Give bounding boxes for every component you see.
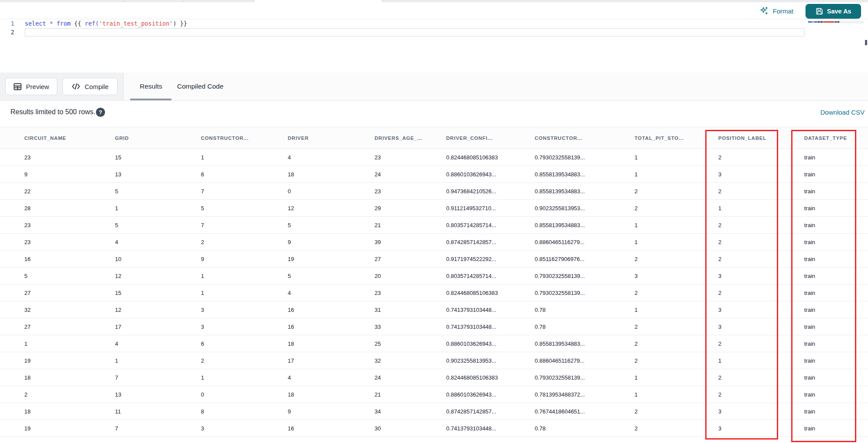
table-cell: 4 [288,369,375,386]
table-cell: 0.8860465116279... [535,234,635,251]
sql-editor[interactable]: 1 2 select * from {{ ref('train_test_pos… [0,19,868,73]
tab-results[interactable]: Results [140,73,162,100]
format-button[interactable]: Format [760,5,793,17]
download-csv-link[interactable]: Download CSV [820,109,865,116]
table-cell: 0.8035714285714... [446,268,535,284]
table-cell: 0.78 [535,301,635,318]
table-cell: 2 [718,335,804,352]
table-cell: 28 [0,200,115,217]
table-cell: 9 [201,251,288,268]
column-header: DRIVERS_AGE_... [375,127,446,149]
table-row: 197316300.7413793103448...0.7823train [0,420,868,437]
code-line-2-cursor[interactable] [25,28,805,36]
code-line-1[interactable]: select * from {{ ref('train_test_positio… [25,19,187,28]
table-cell: 27 [0,284,115,301]
save-icon [815,7,823,15]
table-cell: 5 [115,217,201,234]
editor-topbar: Format Save As [0,2,868,19]
table-cell: 2 [635,318,718,335]
table-cell: 18 [288,386,375,403]
table-cell: 7 [201,183,288,200]
sql-operator: * [49,20,53,27]
table-cell: 2 [635,420,718,437]
table-row: 181189340.8742857142857...0.767441860465… [0,403,868,420]
table-cell: 2 [635,200,718,217]
table-cell: 19 [288,251,375,268]
tab-compiled-code-label: Compiled Code [177,83,224,90]
table-cell: train [804,301,868,318]
table-row: 213018210.8860103626943...0.781395348837… [0,386,868,403]
table-cell: 2 [718,149,804,166]
tab-compiled-code[interactable]: Compiled Code [177,73,224,100]
table-icon [13,83,22,91]
table-cell: 0.7930232558139... [535,149,635,166]
line-number: 2 [0,28,19,36]
table-cell: 24 [375,369,446,386]
table-cell: 19 [0,420,115,437]
help-icon[interactable]: ? [96,108,105,117]
table-cell: 3 [718,166,804,183]
table-row: 18714240.8244680851063830.7930232558139.… [0,369,868,386]
table-cell: 2 [635,183,718,200]
line-number-gutter: 1 2 [0,19,19,36]
table-cell: 0.824468085106383 [446,149,535,166]
table-cell: 1 [115,352,201,369]
table-cell: 20 [375,268,446,284]
table-cell: 21 [375,217,446,234]
table-cell: 10 [115,251,201,268]
table-cell: 32 [0,301,115,318]
compile-label: Compile [85,83,108,90]
table-row: 23429390.8742857142857...0.8860465116279… [0,234,868,251]
table-cell: 13 [115,386,201,403]
table-row: 913618240.8860103626943...0.855813953488… [0,166,868,183]
table-cell: 39 [375,234,446,251]
table-cell: 9 [288,234,375,251]
table-cell: 23 [375,149,446,166]
table-cell: 15 [115,149,201,166]
table-cell: train [804,335,868,352]
table-cell: 1 [201,149,288,166]
table-cell: 12 [115,268,201,284]
table-cell: 0.8742857142857... [446,234,535,251]
table-cell: 0.7413793103448... [446,318,535,335]
table-cell: 17 [288,352,375,369]
table-cell: 16 [288,318,375,335]
jinja-ref-function: ref( [85,20,99,27]
table-cell: 9 [288,403,375,420]
table-cell: 23 [375,183,446,200]
table-cell: 2 [635,352,718,369]
save-as-label: Save As [827,8,852,15]
table-cell: 0 [201,386,288,403]
table-cell: 17 [115,318,201,335]
editor-minimap[interactable] [808,20,864,46]
table-cell: 2 [718,386,804,403]
table-cell: train [804,217,868,234]
column-header: POSITION_LABEL [718,127,804,149]
table-cell: 0.78 [535,420,635,437]
table-cell: 3 [718,318,804,335]
table-cell: 16 [288,420,375,437]
column-header: DRIVER_CONFI... [446,127,535,149]
table-cell: 21 [375,386,446,403]
table-cell: 6 [201,335,288,352]
table-cell: 7 [115,369,201,386]
jinja-close: }} [180,20,187,27]
column-header: DATASET_TYPE [804,127,868,149]
table-cell: 27 [375,251,446,268]
table-cell: 0.8860103626943... [446,335,535,352]
sql-keyword: from [56,20,71,27]
table-row: 191217320.9023255813953...0.886046511627… [0,352,868,369]
table-cell: train [804,403,868,420]
table-cell: 23 [375,284,446,301]
table-cell: 3 [718,268,804,284]
table-cell: 0.7413793103448... [446,301,535,318]
preview-button[interactable]: Preview [5,78,57,95]
editor-scrollbar-handle[interactable] [865,40,867,45]
table-cell: 0.8558139534883... [535,183,635,200]
compile-button[interactable]: Compile [62,78,118,95]
save-as-button[interactable]: Save As [806,4,861,19]
table-cell: 27 [0,318,115,335]
table-cell: 33 [375,318,446,335]
table-cell: 7 [115,420,201,437]
table-cell: train [804,200,868,217]
